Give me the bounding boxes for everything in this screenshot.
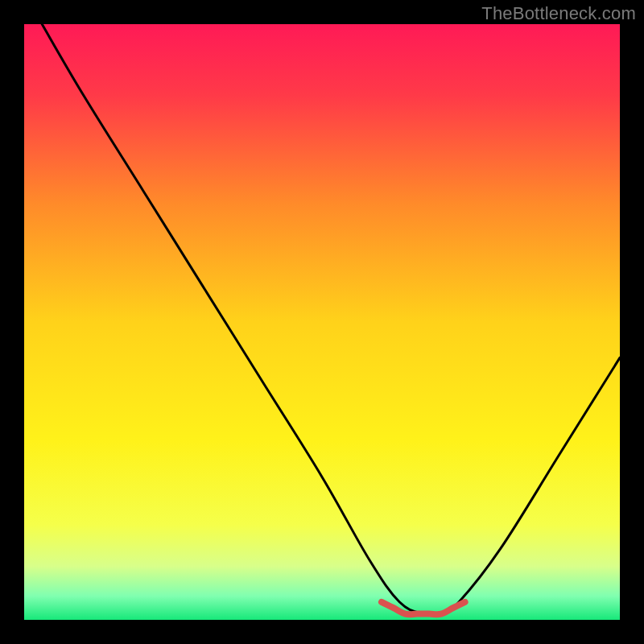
bottleneck-chart bbox=[0, 0, 644, 644]
watermark-text: TheBottleneck.com bbox=[481, 3, 636, 24]
plot-background bbox=[24, 24, 620, 620]
chart-container: { "watermark": "TheBottleneck.com", "cha… bbox=[0, 0, 644, 644]
